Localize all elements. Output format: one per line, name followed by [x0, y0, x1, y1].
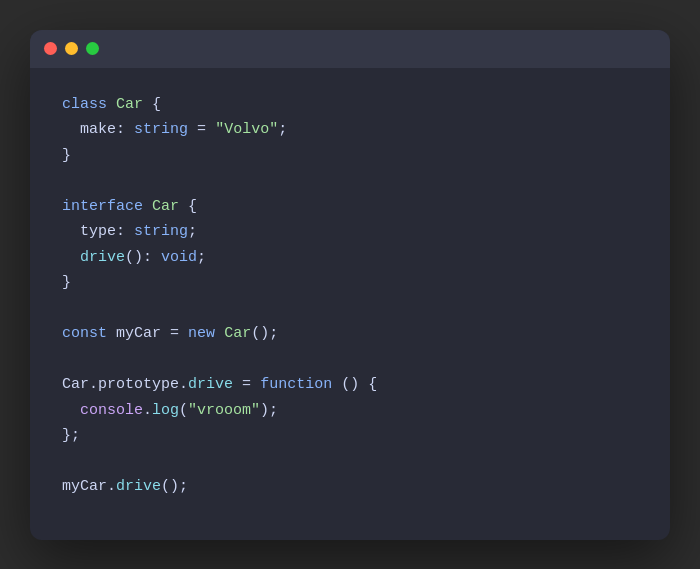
- code-line-10: const myCar = new Car();: [62, 321, 638, 347]
- code-line-11: [62, 347, 638, 373]
- code-line-9: [62, 296, 638, 322]
- code-line-4: [62, 168, 638, 194]
- code-line-5: interface Car {: [62, 194, 638, 220]
- close-button[interactable]: [44, 42, 57, 55]
- code-line-1: class Car {: [62, 92, 638, 118]
- code-line-6: type: string;: [62, 219, 638, 245]
- code-line-14: };: [62, 423, 638, 449]
- minimize-button[interactable]: [65, 42, 78, 55]
- code-content: class Car { make: string = "Volvo"; } in…: [30, 68, 670, 540]
- code-editor-window: class Car { make: string = "Volvo"; } in…: [30, 30, 670, 540]
- code-line-16: myCar.drive();: [62, 474, 638, 500]
- code-line-7: drive(): void;: [62, 245, 638, 271]
- code-line-12: Car.prototype.drive = function () {: [62, 372, 638, 398]
- maximize-button[interactable]: [86, 42, 99, 55]
- titlebar: [30, 30, 670, 68]
- code-line-15: [62, 449, 638, 475]
- code-line-3: }: [62, 143, 638, 169]
- code-line-2: make: string = "Volvo";: [62, 117, 638, 143]
- code-line-13: console.log("vrooom");: [62, 398, 638, 424]
- code-line-8: }: [62, 270, 638, 296]
